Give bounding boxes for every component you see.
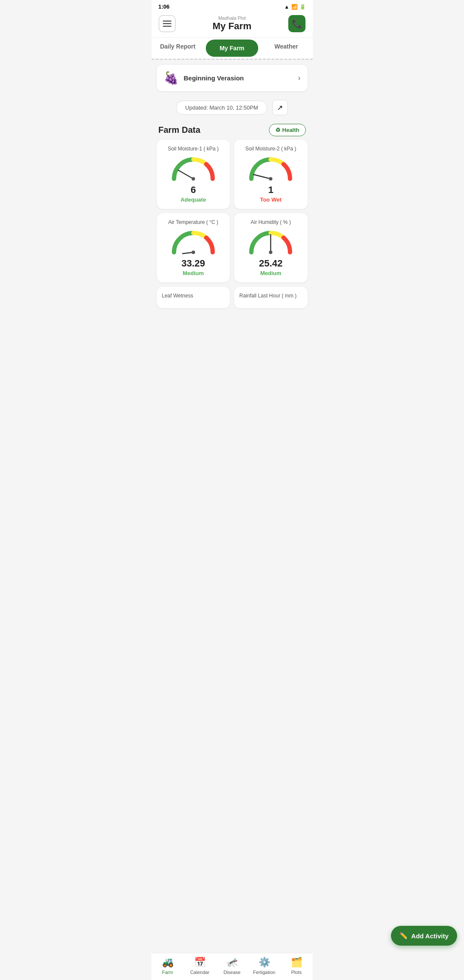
menu-line-1 xyxy=(163,21,171,21)
farm-data-title: Farm Data xyxy=(159,125,201,135)
status-bar: 1:06 ▲ 📶 🔋 xyxy=(152,0,313,12)
sensor-card-soil-moisture-2: Soil Moisture-2 ( kPa ) 1 Too Wet xyxy=(234,140,308,209)
share-icon: ↗ xyxy=(277,104,283,112)
sensor-title-soil-moisture-1: Soil Moisture-1 ( kPa ) xyxy=(162,146,225,152)
gauge-svg-1 xyxy=(170,155,217,182)
svg-point-5 xyxy=(192,251,195,254)
sensor-title-air-temperature: Air Temperature ( °C ) xyxy=(162,219,225,225)
sensor-card-soil-moisture-1: Soil Moisture-1 ( kPa ) 6 Adequate xyxy=(157,140,230,209)
chevron-right-icon: › xyxy=(298,74,301,83)
farm-nav-label: Farm xyxy=(162,970,173,975)
calendar-nav-label: Calendar xyxy=(190,970,210,975)
svg-line-2 xyxy=(253,175,271,179)
farm-data-header: Farm Data ♻ Health xyxy=(152,119,313,140)
gauge-svg-2 xyxy=(247,155,294,182)
farm-subtitle: Madhala Plot xyxy=(213,15,251,21)
tab-my-farm[interactable]: My Farm xyxy=(206,40,258,57)
plots-nav-label: Plots xyxy=(291,970,302,975)
wifi-icon: ▲ xyxy=(284,4,290,10)
partial-card-rainfall: Rainfall Last Hour ( mm ) xyxy=(234,287,308,308)
phone-icon: 📞 xyxy=(292,18,302,29)
farm-nav-icon: 🚜 xyxy=(162,957,174,968)
tab-bar: Daily Report My Farm Weather xyxy=(152,37,313,59)
menu-line-3 xyxy=(163,26,171,27)
status-icons: ▲ 📶 🔋 xyxy=(284,4,306,10)
bottom-navigation: 🚜 Farm 📅 Calendar 🦟 Disease ⚙️ Fertigati… xyxy=(152,953,313,980)
rainfall-title: Rainfall Last Hour ( mm ) xyxy=(239,293,302,299)
fertigation-nav-label: Fertigation xyxy=(253,970,275,975)
plots-nav-icon: 🗂️ xyxy=(291,957,302,968)
nav-item-farm[interactable]: 🚜 Farm xyxy=(152,957,184,975)
share-button[interactable]: ↗ xyxy=(272,100,288,115)
contact-button[interactable]: 📞 xyxy=(288,15,305,32)
gauge-soil-moisture-2 xyxy=(239,155,302,182)
updated-timestamp: Updated: March 10, 12:50PM xyxy=(176,101,267,115)
partial-card-leaf-wetness: Leaf Wetness xyxy=(157,287,230,308)
header: Madhala Plot My Farm 📞 xyxy=(152,12,313,37)
growth-stage-label: Beginning Verasion xyxy=(184,74,244,82)
calendar-nav-icon: 📅 xyxy=(194,957,206,968)
nav-item-calendar[interactable]: 📅 Calendar xyxy=(184,957,216,975)
gauge-svg-3 xyxy=(170,229,217,255)
tab-daily-report[interactable]: Daily Report xyxy=(152,38,204,58)
grape-icon: 🍇 xyxy=(164,71,179,85)
gauge-air-humidity xyxy=(239,229,302,255)
sensor-value-soil-moisture-2: 1 xyxy=(239,184,302,196)
nav-item-disease[interactable]: 🦟 Disease xyxy=(216,957,248,975)
sensor-status-soil-moisture-1: Adequate xyxy=(162,196,225,203)
gauge-svg-4 xyxy=(247,229,294,255)
fertigation-nav-icon: ⚙️ xyxy=(259,957,270,968)
health-button[interactable]: ♻ Health xyxy=(269,124,306,136)
menu-line-2 xyxy=(163,23,171,24)
sensor-status-air-temperature: Medium xyxy=(162,270,225,276)
sensor-value-air-humidity: 25.42 xyxy=(239,258,302,269)
battery-icon: 🔋 xyxy=(299,4,306,10)
status-time: 1:06 xyxy=(159,3,170,10)
nav-item-fertigation[interactable]: ⚙️ Fertigation xyxy=(248,957,281,975)
svg-point-1 xyxy=(192,177,195,181)
sensor-value-air-temperature: 33.29 xyxy=(162,258,225,269)
menu-button[interactable] xyxy=(159,15,176,32)
growth-stage-left: 🍇 Beginning Verasion xyxy=(164,71,244,85)
nav-item-plots[interactable]: 🗂️ Plots xyxy=(281,957,313,975)
sensor-status-soil-moisture-2: Too Wet xyxy=(239,196,302,203)
sensor-status-air-humidity: Medium xyxy=(239,270,302,276)
gauge-air-temperature xyxy=(162,229,225,255)
tab-weather[interactable]: Weather xyxy=(260,38,312,58)
sensor-cards-grid: Soil Moisture-1 ( kPa ) 6 Adequate Soil … xyxy=(152,140,313,282)
section-divider xyxy=(152,59,313,60)
sensor-value-soil-moisture-1: 6 xyxy=(162,184,225,196)
sensor-card-air-humidity: Air Humidity ( % ) 25.42 Medium xyxy=(234,213,308,282)
svg-point-3 xyxy=(269,177,272,181)
farm-title: My Farm xyxy=(213,21,251,32)
updated-row: Updated: March 10, 12:50PM ↗ xyxy=(152,96,313,119)
disease-nav-label: Disease xyxy=(223,970,241,975)
leaf-wetness-title: Leaf Wetness xyxy=(162,293,225,299)
sensor-title-air-humidity: Air Humidity ( % ) xyxy=(239,219,302,225)
signal-icon: 📶 xyxy=(291,4,298,10)
sensor-card-air-temperature: Air Temperature ( °C ) 33.29 Medium xyxy=(157,213,230,282)
gauge-soil-moisture-1 xyxy=(162,155,225,182)
header-title: Madhala Plot My Farm xyxy=(213,15,251,32)
growth-stage-banner[interactable]: 🍇 Beginning Verasion › xyxy=(157,65,308,91)
health-icon: ♻ xyxy=(275,127,281,133)
partial-cards-row: Leaf Wetness Rainfall Last Hour ( mm ) xyxy=(152,282,313,308)
svg-point-7 xyxy=(269,251,272,254)
svg-line-0 xyxy=(178,170,193,179)
disease-nav-icon: 🦟 xyxy=(226,957,238,968)
sensor-title-soil-moisture-2: Soil Moisture-2 ( kPa ) xyxy=(239,146,302,152)
